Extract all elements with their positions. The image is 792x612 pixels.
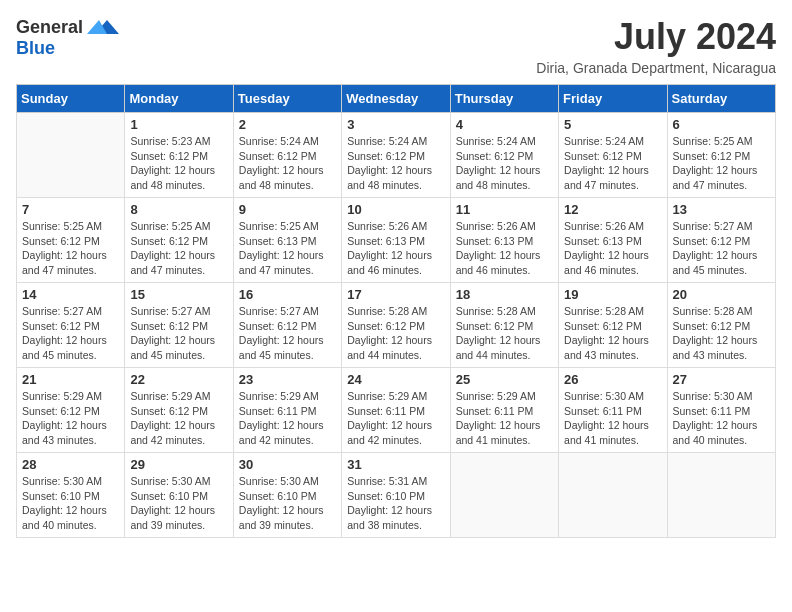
day-info: Sunrise: 5:28 AMSunset: 6:12 PMDaylight:… (564, 304, 661, 363)
day-number: 3 (347, 117, 444, 132)
calendar-cell: 29Sunrise: 5:30 AMSunset: 6:10 PMDayligh… (125, 453, 233, 538)
calendar-cell: 17Sunrise: 5:28 AMSunset: 6:12 PMDayligh… (342, 283, 450, 368)
calendar-cell: 28Sunrise: 5:30 AMSunset: 6:10 PMDayligh… (17, 453, 125, 538)
calendar-cell: 12Sunrise: 5:26 AMSunset: 6:13 PMDayligh… (559, 198, 667, 283)
day-number: 10 (347, 202, 444, 217)
calendar-cell (667, 453, 775, 538)
header-friday: Friday (559, 85, 667, 113)
calendar-cell: 10Sunrise: 5:26 AMSunset: 6:13 PMDayligh… (342, 198, 450, 283)
day-number: 7 (22, 202, 119, 217)
header-thursday: Thursday (450, 85, 558, 113)
calendar-table: Sunday Monday Tuesday Wednesday Thursday… (16, 84, 776, 538)
day-number: 24 (347, 372, 444, 387)
calendar-cell: 11Sunrise: 5:26 AMSunset: 6:13 PMDayligh… (450, 198, 558, 283)
day-info: Sunrise: 5:26 AMSunset: 6:13 PMDaylight:… (347, 219, 444, 278)
day-number: 20 (673, 287, 770, 302)
day-number: 27 (673, 372, 770, 387)
calendar-cell: 24Sunrise: 5:29 AMSunset: 6:11 PMDayligh… (342, 368, 450, 453)
header-tuesday: Tuesday (233, 85, 341, 113)
day-info: Sunrise: 5:24 AMSunset: 6:12 PMDaylight:… (564, 134, 661, 193)
day-info: Sunrise: 5:30 AMSunset: 6:10 PMDaylight:… (130, 474, 227, 533)
day-number: 23 (239, 372, 336, 387)
calendar-cell: 21Sunrise: 5:29 AMSunset: 6:12 PMDayligh… (17, 368, 125, 453)
location-subtitle: Diria, Granada Department, Nicaragua (536, 60, 776, 76)
calendar-cell: 14Sunrise: 5:27 AMSunset: 6:12 PMDayligh… (17, 283, 125, 368)
calendar-cell: 18Sunrise: 5:28 AMSunset: 6:12 PMDayligh… (450, 283, 558, 368)
day-info: Sunrise: 5:25 AMSunset: 6:13 PMDaylight:… (239, 219, 336, 278)
logo: General Blue (16, 16, 119, 59)
day-info: Sunrise: 5:27 AMSunset: 6:12 PMDaylight:… (22, 304, 119, 363)
day-number: 22 (130, 372, 227, 387)
day-number: 4 (456, 117, 553, 132)
calendar-cell: 6Sunrise: 5:25 AMSunset: 6:12 PMDaylight… (667, 113, 775, 198)
day-info: Sunrise: 5:27 AMSunset: 6:12 PMDaylight:… (239, 304, 336, 363)
calendar-cell: 19Sunrise: 5:28 AMSunset: 6:12 PMDayligh… (559, 283, 667, 368)
day-info: Sunrise: 5:26 AMSunset: 6:13 PMDaylight:… (456, 219, 553, 278)
day-info: Sunrise: 5:29 AMSunset: 6:11 PMDaylight:… (347, 389, 444, 448)
calendar-cell: 25Sunrise: 5:29 AMSunset: 6:11 PMDayligh… (450, 368, 558, 453)
day-info: Sunrise: 5:25 AMSunset: 6:12 PMDaylight:… (130, 219, 227, 278)
logo-icon (87, 16, 119, 38)
day-number: 28 (22, 457, 119, 472)
month-year-title: July 2024 (536, 16, 776, 58)
header-saturday: Saturday (667, 85, 775, 113)
week-row-3: 14Sunrise: 5:27 AMSunset: 6:12 PMDayligh… (17, 283, 776, 368)
calendar-cell (17, 113, 125, 198)
calendar-header-row: Sunday Monday Tuesday Wednesday Thursday… (17, 85, 776, 113)
day-number: 16 (239, 287, 336, 302)
day-info: Sunrise: 5:28 AMSunset: 6:12 PMDaylight:… (673, 304, 770, 363)
calendar-cell: 7Sunrise: 5:25 AMSunset: 6:12 PMDaylight… (17, 198, 125, 283)
day-number: 19 (564, 287, 661, 302)
day-number: 14 (22, 287, 119, 302)
calendar-cell: 3Sunrise: 5:24 AMSunset: 6:12 PMDaylight… (342, 113, 450, 198)
day-info: Sunrise: 5:26 AMSunset: 6:13 PMDaylight:… (564, 219, 661, 278)
day-number: 11 (456, 202, 553, 217)
day-info: Sunrise: 5:25 AMSunset: 6:12 PMDaylight:… (22, 219, 119, 278)
day-info: Sunrise: 5:30 AMSunset: 6:10 PMDaylight:… (239, 474, 336, 533)
calendar-cell: 5Sunrise: 5:24 AMSunset: 6:12 PMDaylight… (559, 113, 667, 198)
header-monday: Monday (125, 85, 233, 113)
calendar-cell: 1Sunrise: 5:23 AMSunset: 6:12 PMDaylight… (125, 113, 233, 198)
header-wednesday: Wednesday (342, 85, 450, 113)
calendar-cell: 8Sunrise: 5:25 AMSunset: 6:12 PMDaylight… (125, 198, 233, 283)
page-header: General Blue July 2024 Diria, Granada De… (16, 16, 776, 76)
calendar-cell (559, 453, 667, 538)
calendar-cell: 2Sunrise: 5:24 AMSunset: 6:12 PMDaylight… (233, 113, 341, 198)
calendar-cell: 22Sunrise: 5:29 AMSunset: 6:12 PMDayligh… (125, 368, 233, 453)
calendar-cell: 26Sunrise: 5:30 AMSunset: 6:11 PMDayligh… (559, 368, 667, 453)
calendar-cell: 4Sunrise: 5:24 AMSunset: 6:12 PMDaylight… (450, 113, 558, 198)
day-number: 18 (456, 287, 553, 302)
day-number: 13 (673, 202, 770, 217)
day-info: Sunrise: 5:30 AMSunset: 6:11 PMDaylight:… (564, 389, 661, 448)
day-number: 26 (564, 372, 661, 387)
day-number: 6 (673, 117, 770, 132)
week-row-2: 7Sunrise: 5:25 AMSunset: 6:12 PMDaylight… (17, 198, 776, 283)
calendar-cell: 15Sunrise: 5:27 AMSunset: 6:12 PMDayligh… (125, 283, 233, 368)
day-number: 12 (564, 202, 661, 217)
day-number: 30 (239, 457, 336, 472)
logo-general-text: General (16, 17, 83, 38)
day-info: Sunrise: 5:23 AMSunset: 6:12 PMDaylight:… (130, 134, 227, 193)
calendar-cell: 31Sunrise: 5:31 AMSunset: 6:10 PMDayligh… (342, 453, 450, 538)
calendar-cell: 20Sunrise: 5:28 AMSunset: 6:12 PMDayligh… (667, 283, 775, 368)
calendar-cell: 27Sunrise: 5:30 AMSunset: 6:11 PMDayligh… (667, 368, 775, 453)
day-number: 5 (564, 117, 661, 132)
calendar-cell: 23Sunrise: 5:29 AMSunset: 6:11 PMDayligh… (233, 368, 341, 453)
calendar-cell: 9Sunrise: 5:25 AMSunset: 6:13 PMDaylight… (233, 198, 341, 283)
day-info: Sunrise: 5:28 AMSunset: 6:12 PMDaylight:… (456, 304, 553, 363)
day-info: Sunrise: 5:27 AMSunset: 6:12 PMDaylight:… (673, 219, 770, 278)
day-number: 29 (130, 457, 227, 472)
day-info: Sunrise: 5:24 AMSunset: 6:12 PMDaylight:… (456, 134, 553, 193)
day-info: Sunrise: 5:29 AMSunset: 6:12 PMDaylight:… (22, 389, 119, 448)
week-row-5: 28Sunrise: 5:30 AMSunset: 6:10 PMDayligh… (17, 453, 776, 538)
day-info: Sunrise: 5:29 AMSunset: 6:11 PMDaylight:… (456, 389, 553, 448)
day-info: Sunrise: 5:30 AMSunset: 6:11 PMDaylight:… (673, 389, 770, 448)
day-number: 31 (347, 457, 444, 472)
day-number: 15 (130, 287, 227, 302)
day-number: 2 (239, 117, 336, 132)
calendar-cell: 30Sunrise: 5:30 AMSunset: 6:10 PMDayligh… (233, 453, 341, 538)
calendar-cell: 16Sunrise: 5:27 AMSunset: 6:12 PMDayligh… (233, 283, 341, 368)
day-info: Sunrise: 5:31 AMSunset: 6:10 PMDaylight:… (347, 474, 444, 533)
day-number: 17 (347, 287, 444, 302)
header-sunday: Sunday (17, 85, 125, 113)
